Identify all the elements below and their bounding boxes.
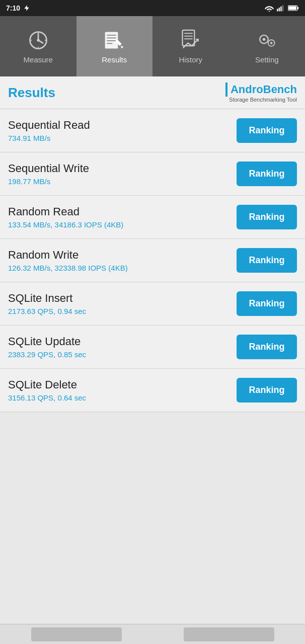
bench-name-rand-read: Random Read: [8, 205, 123, 218]
tab-measure-label: Measure: [24, 55, 53, 64]
svg-rect-3: [282, 5, 283, 11]
tab-history-label: History: [179, 55, 202, 64]
ranking-btn-seq-read[interactable]: Ranking: [237, 118, 297, 143]
bench-name-sqlite-delete: SQLite Delete: [8, 378, 86, 391]
ranking-btn-seq-write[interactable]: Ranking: [237, 162, 297, 186]
lightning-icon: [23, 5, 30, 12]
bottom-nav-home[interactable]: [184, 627, 274, 641]
table-row: SQLite Delete 3156.13 QPS, 0.64 sec Rank…: [0, 369, 305, 412]
svg-rect-12: [107, 40, 116, 41]
wifi-icon: [265, 5, 274, 12]
svg-point-21: [263, 38, 266, 41]
bench-name-seq-write: Sequential Write: [8, 162, 89, 175]
svg-rect-17: [184, 33, 193, 34]
benchmark-list: Sequential Read 734.91 MB/s Ranking Sequ…: [0, 109, 305, 412]
bench-value-seq-write: 198.77 MB/s: [8, 177, 89, 186]
tab-setting-label: Setting: [255, 55, 279, 64]
tab-history[interactable]: History: [152, 16, 229, 76]
bench-info-sqlite-update: SQLite Update 2383.29 QPS, 0.85 sec: [8, 335, 86, 359]
svg-rect-6: [288, 6, 296, 10]
ranking-btn-sqlite-update[interactable]: Ranking: [237, 335, 297, 359]
svg-marker-15: [121, 46, 124, 49]
svg-point-23: [270, 42, 273, 44]
tab-results-label: Results: [102, 55, 127, 64]
bench-value-seq-read: 734.91 MB/s: [8, 134, 90, 142]
bench-name-rand-write: Random Write: [8, 249, 128, 262]
results-icon: [103, 29, 125, 51]
svg-rect-10: [107, 35, 116, 36]
bench-info-rand-write: Random Write 126.32 MB/s, 32338.98 IOPS …: [8, 249, 128, 272]
bench-value-sqlite-delete: 3156.13 QPS, 0.64 sec: [8, 393, 86, 402]
ranking-btn-sqlite-delete[interactable]: Ranking: [237, 378, 297, 403]
brand-name: AndroBench: [231, 83, 297, 96]
brand-rest: Bench: [263, 83, 297, 96]
svg-rect-5: [297, 7, 298, 10]
tab-results[interactable]: Results: [77, 16, 153, 76]
table-row: Sequential Write 198.77 MB/s Ranking: [0, 152, 305, 196]
bench-info-sqlite-insert: SQLite Insert 2173.63 QPS, 0.94 sec: [8, 292, 86, 315]
status-bar: 7:10: [0, 0, 305, 16]
bench-value-rand-write: 126.32 MB/s, 32338.98 IOPS (4KB): [8, 264, 128, 272]
bench-value-sqlite-insert: 2173.63 QPS, 0.94 sec: [8, 307, 86, 315]
results-page-title: Results: [8, 85, 55, 101]
table-row: SQLite Insert 2173.63 QPS, 0.94 sec Rank…: [0, 282, 305, 326]
brand-bar: [225, 83, 227, 97]
svg-rect-13: [107, 43, 113, 44]
bench-value-rand-read: 133.54 MB/s, 34186.3 IOPS (4KB): [8, 220, 123, 229]
bottom-nav: [0, 624, 305, 644]
ranking-btn-rand-write[interactable]: Ranking: [237, 248, 297, 273]
svg-rect-2: [280, 7, 281, 12]
time-display: 7:10: [6, 4, 20, 12]
signal-icon: [277, 5, 285, 12]
measure-icon: [27, 29, 49, 51]
brand-highlight: Andro: [231, 83, 263, 96]
status-icons: [265, 5, 299, 12]
tab-setting[interactable]: Setting: [229, 16, 306, 76]
svg-rect-11: [107, 37, 116, 38]
svg-rect-18: [184, 35, 193, 36]
nav-tabs: Measure Results History: [0, 16, 305, 76]
ranking-btn-sqlite-insert[interactable]: Ranking: [237, 291, 297, 316]
svg-rect-1: [279, 8, 280, 11]
bench-info-sqlite-delete: SQLite Delete 3156.13 QPS, 0.64 sec: [8, 378, 86, 402]
bench-info-seq-read: Sequential Read 734.91 MB/s: [8, 119, 90, 142]
ranking-btn-rand-read[interactable]: Ranking: [237, 205, 297, 229]
results-header: Results AndroBench Storage Benchmarking …: [0, 76, 305, 109]
brand-subtitle: Storage Benchmarking Tool: [229, 97, 297, 103]
battery-icon: [288, 5, 299, 12]
svg-rect-0: [277, 9, 278, 12]
bench-name-sqlite-update: SQLite Update: [8, 335, 86, 348]
brand-logo: AndroBench Storage Benchmarking Tool: [225, 83, 297, 103]
table-row: SQLite Update 2383.29 QPS, 0.85 sec Rank…: [0, 326, 305, 369]
status-time: 7:10: [6, 4, 30, 12]
table-row: Random Read 133.54 MB/s, 34186.3 IOPS (4…: [0, 196, 305, 239]
setting-icon: [256, 29, 278, 51]
table-row: Random Write 126.32 MB/s, 32338.98 IOPS …: [0, 239, 305, 282]
table-row: Sequential Read 734.91 MB/s Ranking: [0, 109, 305, 152]
svg-point-8: [37, 39, 40, 42]
bench-name-sqlite-insert: SQLite Insert: [8, 292, 86, 305]
bench-info-rand-read: Random Read 133.54 MB/s, 34186.3 IOPS (4…: [8, 205, 123, 229]
tab-measure[interactable]: Measure: [0, 16, 77, 76]
history-icon: [180, 29, 202, 51]
bottom-nav-back[interactable]: [31, 627, 122, 641]
bench-info-seq-write: Sequential Write 198.77 MB/s: [8, 162, 89, 186]
bench-value-sqlite-update: 2383.29 QPS, 0.85 sec: [8, 350, 86, 359]
bench-name-seq-read: Sequential Read: [8, 119, 90, 132]
svg-rect-19: [184, 38, 193, 39]
